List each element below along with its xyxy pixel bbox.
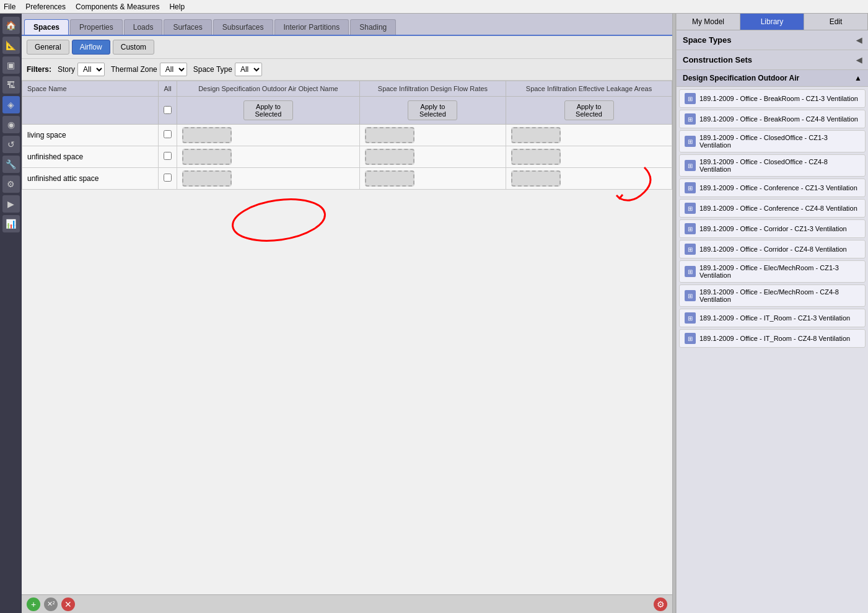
toolbar-play-icon[interactable]: ▶ bbox=[2, 195, 20, 213]
library-item[interactable]: ⊞189.1-2009 - Office - Elec/MechRoom - C… bbox=[679, 260, 866, 283]
construction-sets-header[interactable]: Construction Sets ◀ bbox=[677, 50, 868, 69]
lib-item-label: 189.1-2009 - Office - BreakRoom - CZ4-8 … bbox=[699, 115, 858, 123]
center-panel: Spaces Properties Loads Surfaces Subsurf… bbox=[22, 14, 672, 613]
cell-infiltration-leakage-2[interactable] bbox=[506, 168, 672, 190]
infiltration-leakage-btn-1[interactable] bbox=[511, 149, 561, 165]
library-item[interactable]: ⊞189.1-2009 - Office - IT_Room - CZ1-3 V… bbox=[679, 309, 866, 327]
tab-properties[interactable]: Properties bbox=[70, 19, 123, 35]
cell-infiltration-flow-2[interactable] bbox=[359, 168, 506, 190]
tab-subsurfaces[interactable]: Subsurfaces bbox=[213, 19, 273, 35]
row-check-0[interactable] bbox=[159, 125, 177, 146]
infiltration-leakage-btn-2[interactable] bbox=[511, 170, 561, 187]
toolbar-gear-icon[interactable]: ⚙ bbox=[2, 175, 20, 193]
construction-sets-section: Construction Sets ◀ bbox=[677, 50, 868, 70]
subtab-airflow[interactable]: Airflow bbox=[72, 40, 110, 55]
library-item[interactable]: ⊞189.1-2009 - Office - BreakRoom - CZ4-8… bbox=[679, 110, 866, 128]
infiltration-flow-btn-2[interactable] bbox=[365, 170, 414, 187]
library-item[interactable]: ⊞189.1-2009 - Office - ClosedOffice - CZ… bbox=[679, 154, 866, 177]
outdoor-air-btn-0[interactable] bbox=[182, 127, 232, 143]
col-space-name: Space Name bbox=[22, 81, 159, 97]
filter-story-select[interactable]: All bbox=[77, 63, 105, 76]
cell-infiltration-leakage-0[interactable] bbox=[506, 125, 672, 146]
toolbar-circle-icon[interactable]: ◉ bbox=[2, 116, 20, 133]
toolbar-chart-icon[interactable]: 📊 bbox=[2, 215, 20, 232]
space-name-attic: unfinished attic space bbox=[22, 168, 159, 190]
add-space-button[interactable]: + bbox=[27, 598, 40, 611]
library-item[interactable]: ⊞189.1-2009 - Office - ClosedOffice - CZ… bbox=[679, 130, 866, 152]
col-all-check[interactable] bbox=[159, 97, 177, 125]
apply-infiltration-leakage-button[interactable]: Apply to Selected bbox=[564, 100, 614, 120]
right-tab-edit[interactable]: Edit bbox=[804, 14, 868, 30]
space-types-section: Space Types ◀ bbox=[677, 30, 868, 50]
cell-infiltration-leakage-1[interactable] bbox=[506, 146, 672, 168]
select-all-checkbox[interactable] bbox=[164, 106, 172, 114]
tab-surfaces[interactable]: Surfaces bbox=[164, 19, 211, 35]
row-2-checkbox[interactable] bbox=[164, 174, 172, 182]
toolbar-active-icon[interactable]: ◈ bbox=[2, 96, 20, 113]
toolbar-box-icon[interactable]: ▣ bbox=[2, 56, 20, 74]
apply-infiltration-flow-button[interactable]: Apply to Selected bbox=[408, 100, 457, 120]
col-all: All bbox=[159, 81, 177, 97]
cell-infiltration-flow-0[interactable] bbox=[359, 125, 506, 146]
outdoor-air-btn-1[interactable] bbox=[182, 149, 232, 165]
row-0-checkbox[interactable] bbox=[164, 130, 172, 138]
right-tab-mymodel[interactable]: My Model bbox=[677, 14, 740, 30]
infiltration-leakage-btn-0[interactable] bbox=[511, 127, 561, 143]
tab-shading[interactable]: Shading bbox=[350, 19, 396, 35]
lib-item-label: 189.1-2009 - Office - Corridor - CZ1-3 V… bbox=[699, 225, 847, 232]
infiltration-flow-btn-0[interactable] bbox=[365, 127, 414, 143]
menu-components[interactable]: Components & Measures bbox=[76, 2, 159, 11]
remove-space-button[interactable]: ✕ bbox=[61, 598, 75, 611]
cell-outdoor-air-2[interactable] bbox=[177, 168, 360, 190]
menu-preferences[interactable]: Preferences bbox=[25, 2, 66, 11]
apply-outdoor-air-button[interactable]: Apply to Selected bbox=[243, 100, 293, 120]
library-item[interactable]: ⊞189.1-2009 - Office - Elec/MechRoom - C… bbox=[679, 284, 866, 307]
toolbar-wrench-icon[interactable]: 🔧 bbox=[2, 156, 20, 173]
tab-spaces[interactable]: Spaces bbox=[24, 19, 69, 35]
library-item[interactable]: ⊞189.1-2009 - Office - Conference - CZ4-… bbox=[679, 199, 866, 218]
duplicate-button[interactable]: ✕² bbox=[44, 598, 58, 611]
apply-infiltration-flow[interactable]: Apply to Selected bbox=[359, 97, 506, 125]
apply-outdoor-air[interactable]: Apply to Selected bbox=[177, 97, 360, 125]
apply-infiltration-leakage[interactable]: Apply to Selected bbox=[506, 97, 672, 125]
library-items-list: ⊞189.1-2009 - Office - BreakRoom - CZ1-3… bbox=[677, 87, 868, 613]
toolbar-3d-icon[interactable]: 🏗 bbox=[2, 76, 20, 94]
tab-loads[interactable]: Loads bbox=[124, 19, 163, 35]
toolbar-draw-icon[interactable]: 📐 bbox=[2, 37, 20, 54]
library-item[interactable]: ⊞189.1-2009 - Office - Corridor - CZ4-8 … bbox=[679, 240, 866, 258]
library-item[interactable]: ⊞189.1-2009 - Office - Conference - CZ1-… bbox=[679, 179, 866, 197]
toolbar-home-icon[interactable]: 🏠 bbox=[2, 17, 20, 34]
space-types-arrow-icon: ◀ bbox=[856, 36, 862, 45]
menu-help[interactable]: Help bbox=[169, 2, 185, 11]
filter-spacetype-select[interactable]: All bbox=[235, 63, 262, 76]
lib-item-label: 189.1-2009 - Office - IT_Room - CZ1-3 Ve… bbox=[699, 314, 850, 322]
lib-item-icon: ⊞ bbox=[685, 223, 696, 234]
space-types-header[interactable]: Space Types ◀ bbox=[677, 30, 868, 50]
main-table-area: Space Name All Design Specification Outd… bbox=[22, 81, 672, 594]
infiltration-flow-btn-1[interactable] bbox=[365, 149, 414, 165]
subtab-custom[interactable]: Custom bbox=[113, 40, 154, 55]
toolbar-refresh-icon[interactable]: ↺ bbox=[2, 136, 20, 153]
settings-button[interactable]: ⚙ bbox=[654, 598, 667, 611]
construction-sets-label: Construction Sets bbox=[683, 55, 752, 64]
lib-item-icon: ⊞ bbox=[685, 266, 696, 277]
cell-outdoor-air-0[interactable] bbox=[177, 125, 360, 146]
row-check-1[interactable] bbox=[159, 146, 177, 168]
library-item[interactable]: ⊞189.1-2009 - Office - IT_Room - CZ4-8 V… bbox=[679, 329, 866, 348]
cell-outdoor-air-1[interactable] bbox=[177, 146, 360, 168]
outdoor-air-category-header[interactable]: Design Specification Outdoor Air ▲ bbox=[677, 70, 868, 87]
cell-infiltration-flow-1[interactable] bbox=[359, 146, 506, 168]
row-1-checkbox[interactable] bbox=[164, 152, 172, 160]
library-item[interactable]: ⊞189.1-2009 - Office - Corridor - CZ1-3 … bbox=[679, 219, 866, 238]
row-check-2[interactable] bbox=[159, 168, 177, 190]
library-item[interactable]: ⊞189.1-2009 - Office - BreakRoom - CZ1-3… bbox=[679, 89, 866, 108]
outdoor-air-btn-2[interactable] bbox=[182, 170, 232, 187]
right-tab-library[interactable]: Library bbox=[740, 14, 804, 30]
lib-item-label: 189.1-2009 - Office - BreakRoom - CZ1-3 … bbox=[699, 95, 858, 102]
subtab-general[interactable]: General bbox=[27, 40, 69, 55]
menu-file[interactable]: File bbox=[4, 2, 15, 11]
tab-interior-partitions[interactable]: Interior Partitions bbox=[274, 19, 349, 35]
filter-thermal-select[interactable]: All bbox=[160, 63, 187, 76]
col-infiltration-leakage-header: Space Infiltration Effective Leakage Are… bbox=[506, 81, 672, 97]
lib-item-label: 189.1-2009 - Office - ClosedOffice - CZ1… bbox=[699, 134, 860, 149]
